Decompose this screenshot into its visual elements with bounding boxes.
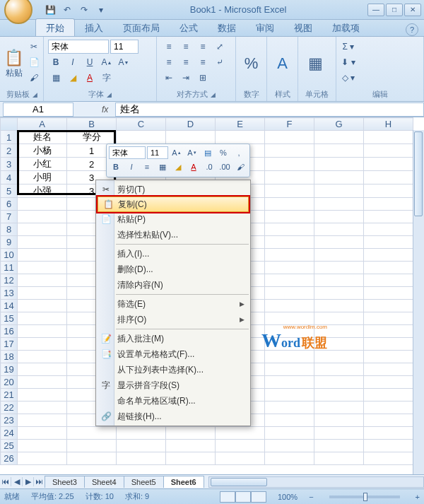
row-header[interactable]: 14 bbox=[1, 300, 18, 312]
sheet-nav-prev-icon[interactable]: ◀ bbox=[11, 477, 23, 486]
row-header[interactable]: 1 bbox=[1, 131, 18, 144]
context-menu-item[interactable]: 筛选(E)▶ bbox=[96, 296, 250, 312]
row-header[interactable]: 22 bbox=[1, 402, 18, 414]
tab-formulas[interactable]: 公式 bbox=[170, 19, 208, 36]
cell[interactable] bbox=[364, 211, 413, 223]
redo-icon[interactable]: ↷ bbox=[76, 2, 92, 18]
styles-button[interactable]: A bbox=[271, 40, 293, 88]
cell[interactable] bbox=[314, 376, 364, 389]
cell[interactable] bbox=[265, 184, 314, 198]
cell[interactable] bbox=[265, 287, 314, 300]
cell[interactable] bbox=[364, 144, 413, 158]
cell[interactable] bbox=[67, 452, 117, 465]
cell[interactable] bbox=[265, 236, 314, 249]
cell[interactable]: 小明 bbox=[18, 171, 67, 184]
align-left-icon[interactable]: ≡ bbox=[161, 55, 177, 69]
copy-icon[interactable]: 📄 bbox=[26, 55, 42, 69]
cell[interactable] bbox=[364, 131, 413, 144]
zoom-out-icon[interactable]: − bbox=[309, 493, 313, 501]
tab-home[interactable]: 开始 bbox=[35, 18, 75, 36]
cell[interactable] bbox=[265, 300, 314, 312]
cell[interactable] bbox=[18, 198, 67, 211]
row-header[interactable]: 20 bbox=[1, 376, 18, 389]
context-menu-item[interactable]: ✂剪切(T) bbox=[96, 182, 250, 197]
cell[interactable] bbox=[18, 312, 67, 325]
zoom-slider[interactable] bbox=[329, 496, 400, 498]
cell[interactable] bbox=[216, 440, 265, 452]
context-menu-item[interactable]: 清除内容(N) bbox=[96, 277, 250, 293]
border-icon[interactable]: ▦ bbox=[48, 71, 64, 85]
context-menu-item[interactable]: 📝插入批注(M) bbox=[96, 331, 250, 346]
cell[interactable] bbox=[364, 198, 413, 211]
save-icon[interactable]: 💾 bbox=[42, 2, 58, 18]
cell[interactable] bbox=[18, 338, 67, 351]
wrap-text-icon[interactable]: ⤶ bbox=[212, 55, 228, 69]
cell[interactable] bbox=[364, 300, 413, 312]
cell[interactable] bbox=[364, 402, 413, 414]
row-header[interactable]: 6 bbox=[1, 198, 18, 211]
cell[interactable] bbox=[117, 452, 166, 465]
context-menu-item[interactable]: 📋复制(C) bbox=[98, 197, 249, 212]
cell[interactable] bbox=[314, 389, 364, 402]
minimize-button[interactable]: — bbox=[367, 4, 384, 16]
cell[interactable] bbox=[314, 414, 364, 427]
cell[interactable] bbox=[364, 338, 413, 351]
cell[interactable] bbox=[18, 402, 67, 414]
cell[interactable] bbox=[265, 363, 314, 376]
shrink-font-icon[interactable]: A▼ bbox=[116, 55, 131, 69]
cell[interactable] bbox=[364, 287, 413, 300]
mini-format-painter-icon[interactable]: 🖌 bbox=[233, 160, 247, 173]
cell[interactable] bbox=[18, 211, 67, 223]
cell[interactable] bbox=[265, 249, 314, 262]
row-header[interactable]: 3 bbox=[1, 158, 18, 171]
row-header[interactable]: 16 bbox=[1, 325, 18, 338]
cell[interactable] bbox=[265, 274, 314, 287]
cell[interactable] bbox=[314, 287, 364, 300]
cell[interactable] bbox=[364, 351, 413, 363]
phonetic-icon[interactable]: 字 bbox=[99, 71, 114, 85]
cut-icon[interactable]: ✂ bbox=[26, 40, 42, 54]
close-button[interactable]: ✕ bbox=[404, 4, 421, 16]
column-header[interactable]: G bbox=[314, 118, 364, 131]
cell[interactable]: 小红 bbox=[18, 158, 67, 171]
sheet-tab[interactable]: Sheet4 bbox=[84, 476, 124, 488]
zoom-in-icon[interactable]: + bbox=[416, 493, 420, 501]
cell[interactable] bbox=[216, 452, 265, 465]
cell[interactable] bbox=[314, 236, 364, 249]
row-header[interactable]: 10 bbox=[1, 249, 18, 262]
cell[interactable] bbox=[364, 249, 413, 262]
cell[interactable] bbox=[364, 171, 413, 184]
row-header[interactable]: 18 bbox=[1, 351, 18, 363]
underline-button[interactable]: U bbox=[82, 55, 98, 69]
align-center-icon[interactable]: ≡ bbox=[178, 55, 194, 69]
cell[interactable] bbox=[314, 274, 364, 287]
mini-font-name[interactable]: 宋体 bbox=[109, 146, 146, 159]
cell[interactable] bbox=[18, 262, 67, 274]
mini-percent-icon[interactable]: % bbox=[216, 146, 230, 159]
row-header[interactable]: 8 bbox=[1, 223, 18, 236]
mini-decrease-decimal-icon[interactable]: .0 bbox=[202, 160, 216, 173]
help-icon[interactable]: ? bbox=[406, 23, 418, 36]
fill-icon[interactable]: ⬇ ▾ bbox=[341, 55, 356, 69]
dialog-launcher-icon[interactable]: ◢ bbox=[107, 91, 112, 98]
cell[interactable] bbox=[265, 211, 314, 223]
cell[interactable] bbox=[364, 440, 413, 452]
row-header[interactable]: 7 bbox=[1, 211, 18, 223]
scrollbar-thumb[interactable] bbox=[414, 131, 423, 216]
scrollbar-thumb[interactable] bbox=[211, 478, 267, 486]
cell[interactable] bbox=[18, 414, 67, 427]
cell[interactable] bbox=[166, 452, 216, 465]
sheet-tab[interactable]: Sheet3 bbox=[45, 476, 85, 488]
cell[interactable] bbox=[364, 427, 413, 440]
cell[interactable] bbox=[314, 171, 364, 184]
cell[interactable] bbox=[265, 262, 314, 274]
cell[interactable] bbox=[364, 236, 413, 249]
mini-italic-button[interactable]: I bbox=[124, 160, 139, 173]
cell[interactable] bbox=[364, 262, 413, 274]
column-header[interactable]: B bbox=[67, 118, 117, 131]
cell[interactable] bbox=[314, 211, 364, 223]
mini-font-size[interactable]: 11 bbox=[147, 146, 168, 159]
font-color-icon[interactable]: A bbox=[82, 71, 98, 85]
row-header[interactable]: 13 bbox=[1, 287, 18, 300]
row-header[interactable]: 17 bbox=[1, 338, 18, 351]
